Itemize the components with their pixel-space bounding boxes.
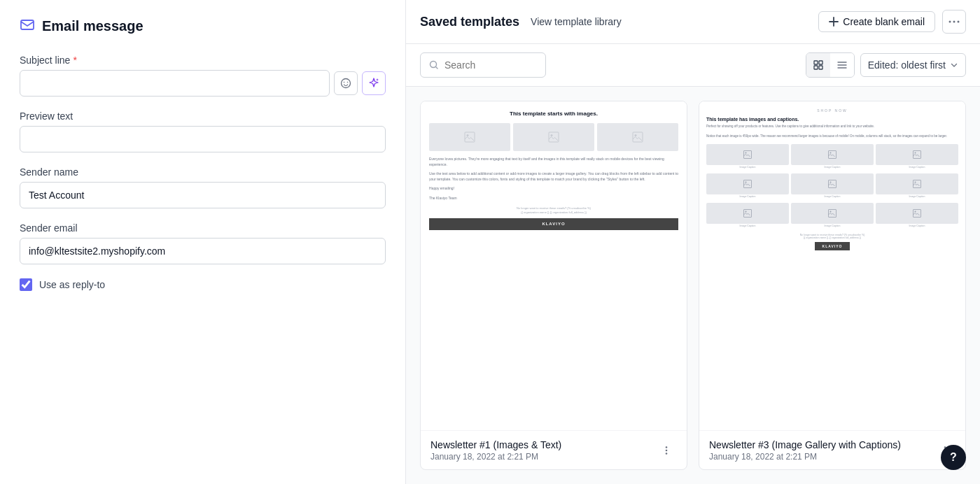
svg-point-29	[915, 152, 916, 154]
sender-email-group: Sender email	[20, 222, 386, 264]
svg-point-33	[830, 182, 832, 183]
svg-rect-19	[633, 132, 643, 142]
svg-point-20	[635, 134, 637, 136]
required-indicator: *	[73, 55, 76, 66]
view-controls: Edited: oldest first	[806, 52, 966, 78]
view-toggle	[806, 52, 855, 78]
template-name: Newsletter #1 (Images & Text)	[430, 439, 561, 450]
reply-to-row: Use as reply-to	[20, 278, 386, 291]
svg-point-21	[666, 446, 668, 448]
search-box[interactable]	[420, 52, 546, 78]
panel-header: Email message	[20, 17, 386, 35]
template-footer: Newsletter #1 (Images & Text) January 18…	[421, 430, 687, 470]
search-input[interactable]	[444, 59, 537, 71]
sender-name-label: Sender name	[20, 166, 386, 178]
preview-text-input[interactable]	[20, 126, 386, 152]
sender-email-label: Sender email	[20, 222, 386, 234]
grid-view-button[interactable]	[806, 53, 830, 77]
svg-point-23	[666, 453, 668, 455]
more-icon	[948, 20, 960, 23]
right-header-left: Saved templates View template library	[420, 15, 622, 29]
right-panel: Saved templates View template library Cr…	[406, 0, 980, 484]
right-header-right: Create blank email	[818, 10, 966, 34]
reply-to-checkbox[interactable]	[20, 278, 32, 291]
ai-button[interactable]	[362, 71, 386, 95]
emoji-button[interactable]	[334, 71, 358, 95]
svg-rect-17	[549, 132, 559, 142]
svg-rect-15	[465, 132, 475, 142]
svg-point-1	[342, 79, 351, 88]
template-name: Newsletter #3 (Image Gallery with Captio…	[709, 439, 901, 450]
plus-icon	[829, 17, 839, 27]
create-blank-button[interactable]: Create blank email	[818, 11, 935, 32]
sender-email-input[interactable]	[20, 238, 386, 264]
svg-rect-0	[21, 20, 34, 29]
svg-rect-10	[814, 66, 818, 69]
svg-point-5	[953, 21, 955, 23]
preview-text-group: Preview text	[20, 111, 386, 152]
svg-point-4	[949, 21, 951, 23]
search-icon	[429, 60, 439, 70]
svg-point-18	[551, 134, 553, 136]
svg-point-6	[958, 21, 960, 23]
list-icon	[837, 60, 847, 70]
preview-text-label: Preview text	[20, 111, 386, 122]
search-filter-row: Edited: oldest first	[406, 44, 980, 87]
svg-point-2	[344, 82, 345, 83]
svg-rect-11	[819, 66, 822, 69]
help-button[interactable]: ?	[941, 445, 966, 470]
template-date: January 18, 2022 at 2:21 PM	[430, 452, 561, 462]
sender-name-group: Sender name	[20, 166, 386, 208]
template-footer: Newsletter #3 (Image Gallery with Captio…	[699, 430, 965, 470]
svg-point-35	[915, 182, 916, 183]
svg-point-31	[746, 182, 747, 183]
saved-templates-title: Saved templates	[420, 15, 519, 29]
subject-line-label: Subject line *	[20, 55, 386, 66]
template-preview: This template starts with images. Everyo…	[421, 101, 687, 430]
email-icon	[20, 17, 35, 35]
template-card[interactable]: SHOP NOW This template has images and ca…	[699, 101, 966, 470]
page-title: Email message	[42, 18, 144, 34]
templates-grid: This template starts with images. Everyo…	[406, 87, 980, 484]
template-more-icon	[661, 445, 672, 456]
subject-line-input[interactable]	[20, 70, 330, 97]
subject-input-row	[20, 70, 386, 97]
more-options-button[interactable]	[942, 10, 966, 34]
template-card[interactable]: This template starts with images. Everyo…	[420, 101, 687, 470]
template-info: Newsletter #3 (Image Gallery with Captio…	[709, 439, 901, 462]
svg-point-37	[746, 211, 747, 213]
template-menu-button[interactable]	[656, 440, 677, 461]
svg-rect-8	[814, 61, 818, 64]
svg-point-39	[830, 211, 832, 213]
grid-icon	[813, 60, 823, 70]
svg-point-22	[666, 450, 668, 452]
template-date: January 18, 2022 at 2:21 PM	[709, 452, 901, 462]
view-library-link[interactable]: View template library	[531, 16, 622, 27]
left-panel: Email message Subject line *	[0, 0, 406, 484]
template-preview: SHOP NOW This template has images and ca…	[699, 101, 965, 430]
subject-line-group: Subject line *	[20, 55, 386, 97]
reply-to-label: Use as reply-to	[39, 279, 105, 290]
sort-dropdown[interactable]: Edited: oldest first	[860, 53, 966, 77]
svg-point-25	[746, 152, 747, 154]
svg-point-16	[467, 134, 469, 136]
template-info: Newsletter #1 (Images & Text) January 18…	[430, 439, 561, 462]
sender-name-input[interactable]	[20, 182, 386, 208]
svg-point-27	[830, 152, 832, 154]
svg-point-3	[347, 82, 349, 83]
list-view-button[interactable]	[830, 53, 854, 77]
chevron-down-icon	[950, 61, 958, 69]
right-header: Saved templates View template library Cr…	[406, 0, 980, 44]
svg-point-41	[915, 211, 916, 213]
svg-rect-9	[819, 61, 822, 64]
